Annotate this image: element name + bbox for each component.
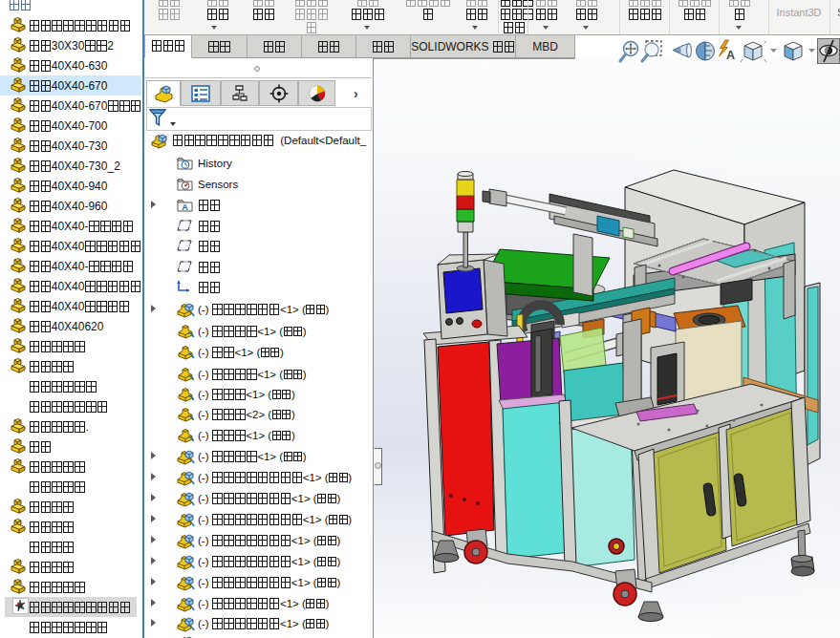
- svg-text:A: A: [182, 202, 188, 212]
